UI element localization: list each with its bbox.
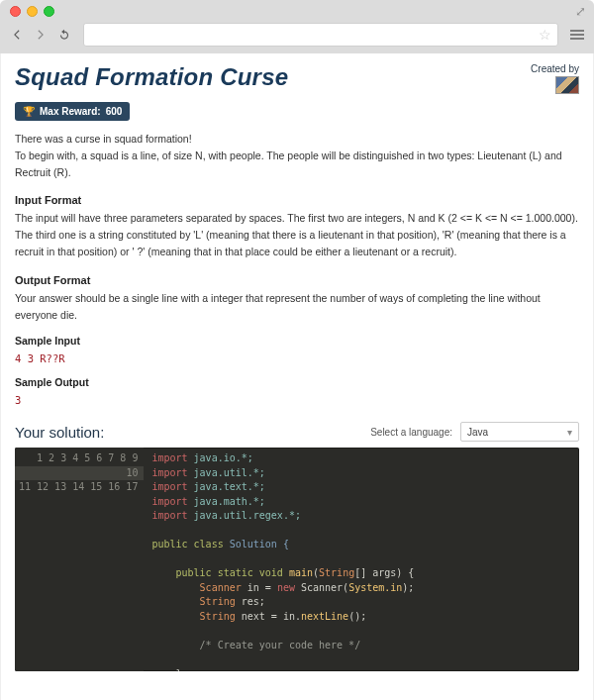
sample-output-code: 3 xyxy=(15,394,579,406)
back-button[interactable] xyxy=(8,26,26,44)
language-selected: Java xyxy=(467,427,488,438)
menu-button[interactable] xyxy=(568,30,586,40)
maximize-window-button[interactable] xyxy=(44,6,54,17)
forward-button[interactable] xyxy=(32,26,50,44)
code-editor[interactable]: 1 2 3 4 5 6 7 8 9 10 11 12 13 14 15 16 1… xyxy=(15,448,579,671)
reload-button[interactable] xyxy=(55,26,73,44)
desc-line-1: There was a curse in squad formation! xyxy=(15,131,579,148)
creator-avatar[interactable] xyxy=(555,76,579,94)
window-controls xyxy=(10,6,54,17)
solution-heading: Your solution: xyxy=(15,424,104,441)
minimize-window-button[interactable] xyxy=(27,6,38,17)
arrow-right-icon xyxy=(34,28,48,42)
input-format-title: Input Format xyxy=(15,194,579,206)
browser-toolbar: ☆ xyxy=(0,22,594,53)
reload-icon xyxy=(57,28,71,42)
language-select-label: Select a language: xyxy=(370,427,452,438)
created-by: Created by xyxy=(531,63,579,96)
output-format-body: Your answer should be a single line with… xyxy=(15,290,579,324)
reward-value: 600 xyxy=(106,106,123,117)
close-window-button[interactable] xyxy=(10,6,21,17)
titlebar: ⤢ xyxy=(0,0,594,22)
reward-label: Max Reward: xyxy=(40,106,101,117)
max-reward-badge: 🏆 Max Reward: 600 xyxy=(15,102,130,121)
sample-input-code: 4 3 R??R xyxy=(15,352,579,364)
sample-output-title: Sample Output xyxy=(15,376,579,388)
trophy-icon: 🏆 xyxy=(23,106,35,117)
url-bar[interactable]: ☆ xyxy=(83,23,558,47)
output-format-title: Output Format xyxy=(15,274,579,286)
browser-chrome: ⤢ ☆ xyxy=(0,0,594,53)
language-dropdown[interactable]: Java ▾ xyxy=(460,422,579,442)
chevron-down-icon: ▾ xyxy=(567,427,572,438)
sample-input-title: Sample Input xyxy=(15,335,579,347)
editor-code[interactable]: import java.io.*; import java.util.*; im… xyxy=(144,448,422,671)
expand-icon[interactable]: ⤢ xyxy=(575,4,586,19)
created-by-label: Created by xyxy=(531,63,579,74)
input-format-body: The input will have three parameters sep… xyxy=(15,210,579,259)
page-title: Squad Formation Curse xyxy=(15,63,288,91)
page-content: Squad Formation Curse Created by 🏆 Max R… xyxy=(0,53,594,700)
desc-line-2: To begin with, a squad is a line, of siz… xyxy=(15,148,579,181)
arrow-left-icon xyxy=(10,28,24,42)
editor-gutter: 1 2 3 4 5 6 7 8 9 10 11 12 13 14 15 16 1… xyxy=(15,448,144,671)
bookmark-star-icon[interactable]: ☆ xyxy=(539,27,551,43)
problem-description: There was a curse in squad formation! To… xyxy=(15,131,579,180)
